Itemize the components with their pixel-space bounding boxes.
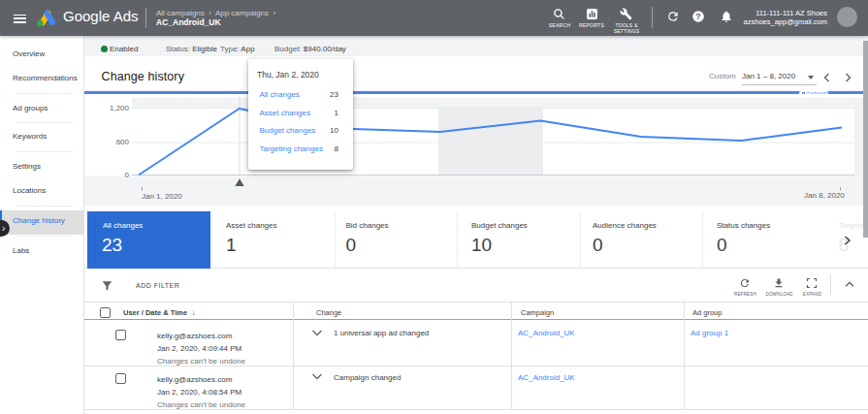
svg-text:?: ? xyxy=(695,12,700,21)
